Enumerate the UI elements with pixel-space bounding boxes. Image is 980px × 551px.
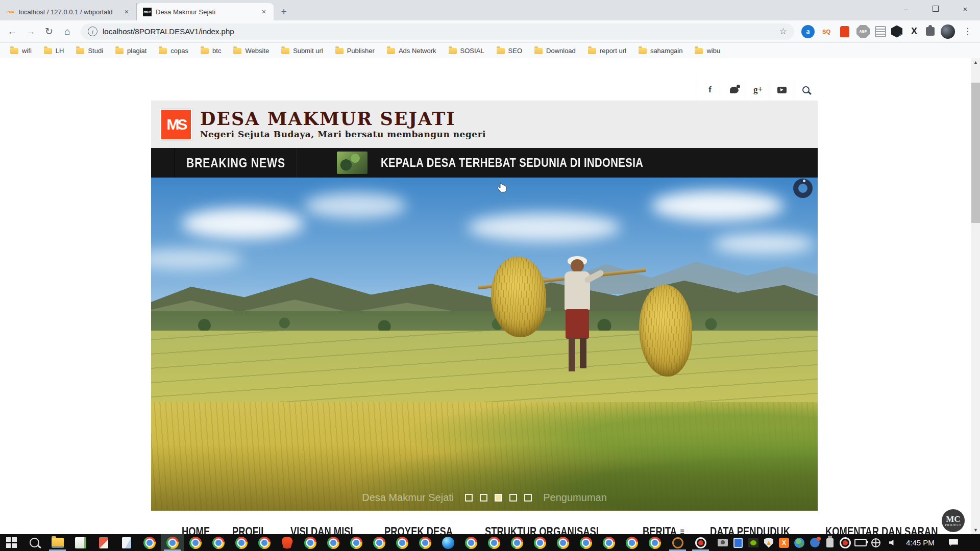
taskbar-app-icon[interactable] [322,534,345,551]
minimize-button[interactable]: – [891,0,921,17]
extension-icon[interactable]: a [801,25,815,38]
page-scrollbar[interactable]: ▲ ▼ [971,58,980,534]
new-tab-button[interactable]: + [277,5,291,19]
social-icon[interactable]: g+ [746,79,770,101]
taskbar-app-icon[interactable] [505,534,528,551]
taskbar-app-icon[interactable] [276,534,299,551]
taskbar-app-icon[interactable] [436,534,459,551]
bookmark-folder[interactable]: wifi [5,46,37,56]
taskbar-app-icon[interactable] [230,534,253,551]
taskbar-app-icon[interactable] [299,534,322,551]
taskbar-app-icon[interactable] [23,534,46,551]
action-center-button[interactable] [943,534,964,551]
extension-icon[interactable]: 1 [891,26,902,38]
forward-button[interactable]: → [22,23,39,40]
taskbar-app-icon[interactable] [69,534,92,551]
tab-close-icon[interactable]: × [122,7,131,16]
slider-dot[interactable] [509,494,517,502]
taskbar-app-icon[interactable] [551,534,574,551]
home-button[interactable]: ⌂ [59,23,76,40]
tray-icon[interactable] [715,534,730,551]
taskbar-app-icon[interactable] [368,534,390,551]
bookmark-folder[interactable]: LH [39,46,69,56]
tab-phpmyadmin[interactable]: PMA localhost / 127.0.0.1 / wbportald × [0,3,137,20]
bookmark-folder[interactable]: wibu [690,46,725,56]
bookmark-folder[interactable]: report url [583,46,631,56]
slider-dot[interactable] [480,494,487,502]
profile-avatar[interactable] [941,24,955,39]
tab-close-icon[interactable]: × [259,7,268,16]
extension-icon[interactable] [926,27,935,36]
bookmark-folder[interactable]: Publisher [330,46,380,56]
tray-icon[interactable] [792,534,807,551]
bookmark-folder[interactable]: SOSIAL [444,46,489,56]
bookmark-star-icon[interactable]: ☆ [779,26,787,37]
breaking-news-headline[interactable]: KEPALA DESA TERHEBAT SEDUNIA DI INDONESI… [381,156,643,170]
restore-button[interactable] [921,0,950,17]
site-title[interactable]: DESA MAKMUR SEJATI [200,110,486,129]
tray-icon[interactable] [746,534,761,551]
slider-dot[interactable] [524,494,532,502]
scrollbar-thumb[interactable] [971,83,980,223]
breaking-news-thumbnail[interactable] [337,152,368,174]
taskbar-app-icon[interactable] [184,534,207,551]
url-text[interactable]: localhost/8PORTALDESAV1/index.php [103,27,774,36]
extension-icon[interactable] [840,26,849,37]
taskbar-app-icon[interactable] [0,534,23,551]
hero-slider[interactable]: Desa Makmur Sejati Pengumuman [151,178,818,511]
taskbar-app-icon[interactable] [390,534,413,551]
close-button[interactable]: × [950,0,980,17]
bookmark-folder[interactable]: Submit url [276,46,328,56]
scroll-down-arrow[interactable]: ▼ [971,526,980,534]
slider-dot[interactable] [465,494,473,502]
bookmark-folder[interactable]: copas [154,46,193,56]
taskbar-clock[interactable]: 4:45 PM [899,538,943,547]
taskbar-app-icon[interactable] [92,534,115,551]
taskbar-app-icon[interactable] [528,534,551,551]
address-bar[interactable]: i localhost/8PORTALDESAV1/index.php ☆ [81,23,794,40]
social-icon[interactable] [722,79,746,101]
slider-dot[interactable] [495,494,502,502]
taskbar-app-icon[interactable] [345,534,368,551]
extension-icon[interactable]: SQ [820,25,833,38]
tray-icon[interactable] [838,534,853,551]
taskbar-app-icon[interactable] [689,534,712,551]
tray-icon[interactable]: X [776,534,792,551]
taskbar-app-icon[interactable] [138,534,161,551]
taskbar-app-icon[interactable] [574,534,597,551]
bookmark-folder[interactable]: plagiat [110,46,152,56]
tray-icon[interactable] [868,534,884,551]
tray-icon[interactable] [807,534,822,551]
bookmark-folder[interactable]: Ads Network [382,46,442,56]
taskbar-app-icon[interactable] [115,534,138,551]
social-icon[interactable] [794,79,818,101]
taskbar-app-icon[interactable] [161,534,184,551]
refresh-button[interactable]: ↻ [41,23,57,40]
site-logo[interactable]: MS [160,109,192,140]
tray-icon[interactable] [884,534,899,551]
taskbar-app-icon[interactable] [459,534,482,551]
taskbar-app-icon[interactable] [253,534,276,551]
taskbar-app-icon[interactable] [46,534,69,551]
bookmark-folder[interactable]: SEO [492,46,527,56]
bookmark-folder[interactable]: Download [529,46,581,56]
taskbar-app-icon[interactable] [620,534,643,551]
scroll-up-arrow[interactable]: ▲ [971,58,980,66]
bookmark-folder[interactable]: Studi [71,46,108,56]
bookmark-folder[interactable]: Website [228,46,274,56]
taskbar-app-icon[interactable] [597,534,620,551]
tray-icon[interactable] [761,534,776,551]
taskbar-app-icon[interactable] [666,534,689,551]
taskbar-app-icon[interactable] [643,534,666,551]
tray-icon[interactable] [853,534,868,551]
page-info-icon[interactable]: i [88,27,97,36]
social-icon[interactable] [770,79,794,101]
bookmark-folder[interactable]: sahamgain [633,46,688,56]
social-icon[interactable]: f [698,79,722,101]
taskbar-app-icon[interactable] [207,534,230,551]
tray-icon[interactable] [822,534,838,551]
tab-desa-makmur-sejati[interactable]: mu! Desa Makmur Sejati × [137,3,274,20]
extension-icon[interactable]: X [908,25,921,38]
back-button[interactable]: ← [4,23,20,40]
browser-menu-icon[interactable]: ⋮ [959,26,976,37]
